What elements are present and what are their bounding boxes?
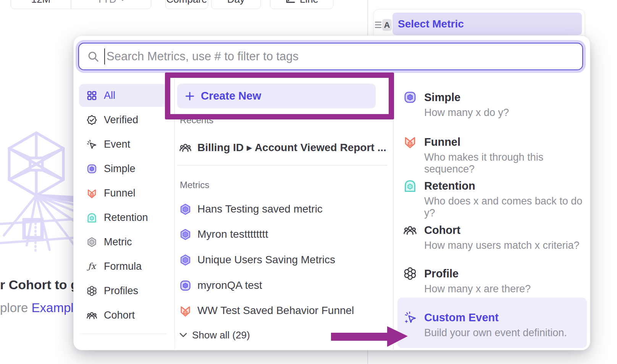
type-title: Simple: [424, 91, 460, 104]
funnel-icon: [179, 305, 191, 317]
metric-list-item[interactable]: WW Test Saved Behavior Funnel: [177, 299, 388, 322]
type-description: Who does x and comes back to do y?: [424, 195, 587, 219]
metrics-heading: Metrics: [180, 180, 209, 190]
cohort-people-icon: [404, 224, 417, 237]
sidebar-divider: [80, 333, 167, 334]
sidebar-item-label: Formula: [104, 261, 142, 272]
metric-item-label: Hans Testing saved metric: [197, 203, 323, 215]
chevron-down-icon: [179, 332, 187, 338]
metric-hexagon-icon: [87, 237, 97, 247]
granularity-day-button[interactable]: Day: [211, 0, 261, 9]
sidebar-item-cohort[interactable]: Cohort: [79, 304, 168, 327]
type-title: Funnel: [424, 136, 460, 148]
sidebar-item-label: Cohort: [104, 309, 135, 321]
compare-button[interactable]: Compare: [165, 0, 208, 9]
chevron-down-icon: [120, 0, 126, 1]
simple-metric-icon: [404, 91, 417, 104]
simple-metric-icon: [179, 280, 191, 292]
range-ytd-label: YTD: [97, 0, 116, 5]
verified-seal-icon: [87, 115, 97, 125]
retention-arch-icon: [87, 213, 97, 223]
annotation-highlight-box: [165, 72, 394, 119]
metric-item-label: WW Test Saved Behavior Funnel: [197, 304, 354, 317]
search-input[interactable]: [106, 49, 582, 64]
sidebar-item-metric[interactable]: Metric: [79, 230, 168, 253]
sidebar-item-verified[interactable]: Verified: [79, 108, 168, 131]
sidebar-item-formula[interactable]: ƒx Formula: [79, 255, 168, 278]
type-title: Cohort: [424, 224, 460, 237]
saved-metric-hexagon-icon: [179, 203, 191, 215]
range-ytd-dropdown[interactable]: YTD: [71, 0, 151, 9]
line-chart-icon: [285, 0, 295, 5]
sidebar-item-label: Funnel: [104, 187, 136, 199]
metric-list-item[interactable]: Myron testttttttt: [177, 223, 388, 246]
sidebar-item-label: T: [104, 343, 110, 351]
profiles-flower-icon: [87, 286, 97, 296]
sidebar-item-label: Retention: [104, 212, 148, 224]
funnel-icon: [404, 135, 417, 148]
grid-icon: [87, 90, 97, 101]
metric-item-label: Unique Users Saving Metrics: [197, 254, 335, 266]
drag-handle-icon[interactable]: [375, 21, 381, 29]
search-icon: [87, 51, 99, 62]
type-description: How many x are there?: [424, 283, 531, 295]
search-box[interactable]: [78, 43, 583, 70]
recents-metrics-divider: [177, 165, 388, 166]
type-description: How many users match x criteria?: [424, 240, 580, 251]
recent-item[interactable]: Billing ID ▸ Account Viewed Report ...: [177, 136, 388, 159]
svg-text:ƒx: ƒx: [87, 261, 97, 271]
profiles-flower-icon: [404, 267, 417, 280]
metric-list-item[interactable]: Unique Users Saving Metrics: [177, 248, 388, 271]
simple-metric-icon: [87, 164, 97, 174]
metric-item-label: myronQA test: [197, 279, 262, 292]
day-label: Day: [227, 0, 245, 5]
type-title: Custom Event: [424, 311, 499, 324]
chart-type-line-button[interactable]: Line: [270, 0, 333, 9]
saved-metric-hexagon-icon: [179, 229, 191, 240]
metric-list-item[interactable]: Hans Testing saved metric: [177, 198, 388, 221]
metric-item-label: Myron testttttttt: [197, 228, 268, 240]
type-description: How many x do y?: [424, 107, 509, 119]
type-title: Profile: [424, 267, 459, 280]
tag-icon: [87, 344, 97, 351]
event-cursor-icon: [87, 139, 97, 150]
line-label: Line: [300, 0, 318, 5]
select-metric-control[interactable]: Select Metric: [392, 13, 582, 35]
retention-arch-icon: [404, 179, 417, 192]
sidebar-item-event[interactable]: Event: [79, 133, 168, 156]
sidebar-item-profiles[interactable]: Profiles: [79, 279, 168, 302]
compare-label: Compare: [166, 0, 207, 5]
sidebar-item-label: Verified: [104, 114, 138, 126]
funnel-icon: [87, 188, 97, 198]
sidebar-item-label: Simple: [104, 163, 136, 175]
sidebar-item-label: Metric: [104, 236, 132, 248]
sidebar-item-retention[interactable]: Retention: [79, 206, 168, 229]
range-12m-label: 12M: [31, 0, 51, 5]
saved-metric-hexagon-icon: [179, 254, 191, 266]
text-caret: [104, 48, 105, 64]
sidebar-item-label: Profiles: [104, 285, 138, 297]
sidebar-item-funnel[interactable]: Funnel: [79, 182, 168, 205]
sidebar-item-simple[interactable]: Simple: [79, 157, 168, 180]
sidebar-item-label: All: [104, 90, 115, 101]
metric-letter-badge: A: [382, 19, 392, 31]
sidebar-item-label: Event: [104, 139, 130, 150]
date-range-control[interactable]: 12M YTD: [11, 0, 151, 9]
annotation-arrow: [328, 322, 410, 349]
sidebar-item-all[interactable]: All: [79, 84, 168, 107]
type-description: Build your own event definition.: [424, 327, 567, 339]
sidebar-item-partial[interactable]: T: [79, 337, 168, 350]
cohort-people-icon: [87, 310, 97, 321]
show-all-toggle[interactable]: Show all (29): [179, 327, 332, 343]
show-all-label: Show all (29): [192, 329, 250, 341]
range-12m-button[interactable]: 12M: [11, 0, 71, 9]
type-title: Retention: [424, 180, 475, 192]
explore-text-fragment: plore: [0, 301, 28, 315]
cohort-people-icon: [179, 142, 191, 153]
recent-item-label: Billing ID ▸ Account Viewed Report ...: [197, 141, 386, 154]
select-metric-label: Select Metric: [398, 18, 464, 30]
type-description: Who makes it through this sequence?: [424, 151, 587, 175]
metric-list-item[interactable]: myronQA test: [177, 274, 388, 297]
formula-fx-icon: ƒx: [87, 261, 97, 272]
